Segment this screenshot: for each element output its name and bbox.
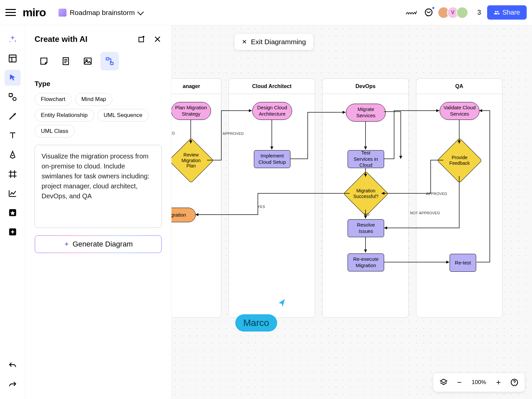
node-design-cloud[interactable]: Design Cloud Architecture — [252, 102, 292, 120]
share-button[interactable]: Share — [487, 5, 527, 20]
ai-tab-image[interactable] — [78, 52, 97, 70]
undo-button[interactable] — [5, 358, 21, 374]
pen-tool[interactable] — [5, 147, 21, 163]
lane-qa[interactable]: QA Validate Cloud Services Provide Feedb… — [416, 78, 502, 318]
generate-label: Generate Diagram — [73, 240, 133, 249]
menu-hamburger-icon[interactable] — [5, 7, 16, 18]
svg-rect-26 — [84, 58, 91, 64]
canvas[interactable]: ✕ Exit Diagramming anager Plan Migration… — [171, 25, 532, 399]
board-thumbnail-icon — [58, 9, 66, 17]
svg-rect-1 — [9, 55, 16, 62]
frame-tool[interactable] — [5, 166, 21, 182]
exit-diagramming-button[interactable]: ✕ Exit Diagramming — [235, 34, 313, 50]
board-name: Roadmap brainstorm — [70, 9, 135, 17]
avatar[interactable] — [456, 7, 468, 19]
node-implement-cloud[interactable]: Implement Cloud Setup — [254, 150, 290, 168]
ai-tab-sticky[interactable] — [35, 52, 53, 70]
sparkle-icon: ✦ — [64, 240, 69, 248]
reactions-icon[interactable] — [406, 7, 417, 18]
node-re-execute[interactable]: Re-execute Migration — [348, 253, 384, 271]
top-bar-right: V 3 Share — [406, 5, 527, 20]
help-button[interactable] — [508, 376, 521, 389]
collaborator-count[interactable]: 3 — [478, 9, 481, 16]
ai-output-tabs — [35, 52, 162, 70]
share-icon — [494, 10, 500, 16]
edge-label: APPROVED — [425, 191, 449, 196]
zoom-level[interactable]: 100% — [469, 379, 489, 386]
notification-dot-icon — [432, 6, 435, 10]
comments-icon[interactable] — [423, 7, 434, 18]
ai-panel-header: Create with AI — [35, 35, 162, 44]
remote-cursor-marco: Marco — [235, 314, 277, 332]
lane-cloud-architect[interactable]: Cloud Architect Design Cloud Architectur… — [229, 78, 315, 318]
zoom-out-button[interactable]: − — [453, 376, 466, 389]
left-toolbar — [0, 25, 25, 399]
node-migration-successful[interactable]: Migration Successful? — [350, 178, 382, 210]
template-tool[interactable] — [5, 50, 21, 66]
node-retest[interactable]: Re-test — [450, 254, 476, 272]
close-icon[interactable] — [153, 35, 162, 44]
collaborator-avatars[interactable]: V — [440, 7, 468, 19]
create-with-ai-panel: Create with AI Type Flowchart Mind Map E… — [25, 25, 171, 399]
ai-sparkle-tool[interactable] — [5, 31, 21, 47]
zoom-controls: − 100% + — [433, 373, 525, 392]
ai-tab-diagram[interactable] — [100, 52, 119, 70]
node-plan-strategy[interactable]: Plan Migration Strategy — [171, 102, 211, 120]
chip-mindmap[interactable]: Mind Map — [75, 93, 113, 106]
svg-rect-17 — [139, 37, 144, 42]
chip-uml-seq[interactable]: UML Sequence — [97, 109, 149, 122]
redo-button[interactable] — [5, 377, 21, 393]
lane-manager[interactable]: anager Plan Migration Strategy Review Mi… — [171, 78, 221, 318]
svg-rect-4 — [9, 94, 12, 97]
text-tool[interactable] — [5, 128, 21, 144]
edge-label: NO — [363, 212, 371, 217]
shapes-tool[interactable] — [5, 89, 21, 105]
select-tool[interactable] — [5, 70, 21, 86]
line-tool[interactable] — [5, 108, 21, 124]
node-review-plan[interactable]: Review Migration Plan — [175, 145, 207, 176]
ai-panel-title: Create with AI — [35, 35, 87, 44]
remote-cursor-label: Marco — [235, 314, 277, 332]
lane-header: DevOps — [323, 79, 408, 94]
close-icon: ✕ — [242, 38, 247, 46]
node-migrate-services[interactable]: Migrate Services — [346, 104, 386, 122]
svg-point-38 — [514, 384, 515, 385]
node-validate-cloud[interactable]: Validate Cloud Services — [440, 102, 479, 120]
edge-label: YES — [256, 204, 266, 209]
miro-logo[interactable]: miro — [23, 6, 46, 19]
top-bar: miro Roadmap brainstorm V 3 Share — [0, 0, 532, 25]
ai-tab-doc[interactable] — [56, 52, 75, 70]
svg-point-5 — [13, 97, 16, 100]
exit-label: Exit Diagramming — [251, 38, 306, 46]
zoom-in-button[interactable]: + — [492, 376, 505, 389]
board-name-dropdown[interactable]: Roadmap brainstorm — [55, 7, 146, 19]
chip-uml-class[interactable]: UML Class — [35, 125, 75, 138]
swimlanes[interactable]: anager Plan Migration Strategy Review Mi… — [171, 78, 502, 318]
apps-tool[interactable] — [5, 205, 21, 221]
lane-header: anager — [171, 79, 221, 94]
chip-flowchart[interactable]: Flowchart — [35, 93, 72, 106]
chevron-down-icon — [137, 9, 144, 15]
svg-rect-28 — [106, 58, 109, 60]
lane-header: QA — [416, 79, 502, 94]
node-resolve-issues[interactable]: Resolve Issues — [348, 219, 384, 237]
node-provide-feedback[interactable]: Provide Feedback — [444, 145, 476, 176]
share-label: Share — [502, 9, 520, 16]
lane-devops[interactable]: DevOps Migrate Services Test Services in… — [322, 78, 409, 318]
generate-diagram-button[interactable]: ✦ Generate Diagram — [35, 235, 162, 253]
add-tool[interactable] — [5, 224, 21, 240]
chart-tool[interactable] — [5, 185, 21, 201]
edge-label: OVED — [171, 131, 176, 136]
ai-prompt-input[interactable] — [35, 145, 162, 228]
type-section-label: Type — [35, 80, 162, 88]
edge-label: NOT APPROVED — [409, 210, 441, 216]
edge-label: APPROVED — [221, 131, 245, 136]
chip-er[interactable]: Entity Relationship — [35, 109, 94, 122]
type-chips: Flowchart Mind Map Entity Relationship U… — [35, 93, 162, 138]
lane-header: Cloud Architect — [229, 79, 315, 94]
node-migration-end[interactable]: Migration — [171, 208, 196, 222]
layers-button[interactable] — [437, 376, 450, 389]
expand-icon[interactable] — [137, 35, 146, 44]
node-test-services[interactable]: Test Services in Cloud — [348, 150, 384, 168]
